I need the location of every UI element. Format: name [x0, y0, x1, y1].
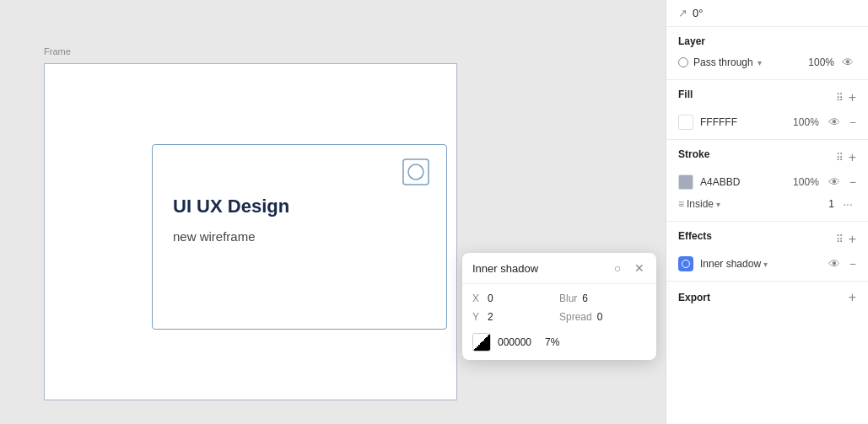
layer-row: Pass through ▾ 100% 👁	[678, 54, 856, 71]
fill-opacity[interactable]: 100%	[793, 116, 819, 128]
fill-hex[interactable]: FFFFFF	[700, 116, 786, 128]
stroke-section: Stroke ⠿ + A4ABBD 100% 👁 − ≡ Inside ▾ 1 …	[666, 140, 868, 222]
effect-item: Inner shadow ▾ 👁 −	[678, 255, 856, 272]
export-add-icon[interactable]: +	[849, 290, 856, 305]
frame-container: UI UX Design new wireframe	[44, 63, 457, 400]
popup-color-opacity[interactable]: 7%	[545, 336, 559, 348]
fill-section-header: Fill	[678, 89, 693, 100]
popup-circle-icon[interactable]: ○	[611, 261, 624, 275]
effects-grid-icon[interactable]: ⠿	[836, 233, 844, 245]
svg-point-1	[408, 164, 423, 180]
stroke-visibility-icon[interactable]: 👁	[826, 174, 843, 191]
fill-add-icon[interactable]: +	[849, 90, 856, 105]
stroke-hex[interactable]: A4ABBD	[700, 176, 786, 188]
effect-name-row: Inner shadow ▾	[700, 258, 819, 270]
stroke-chevron-icon[interactable]: ▾	[716, 200, 720, 209]
popup-body: X 0 Blur 6 Y 2 Spread 0 000000 7%	[462, 284, 656, 360]
stroke-position[interactable]: ≡ Inside ▾	[678, 198, 720, 210]
stroke-grid-icon[interactable]: ⠿	[836, 152, 844, 164]
stroke-header: Stroke ⠿ +	[678, 148, 856, 167]
export-section: Export +	[666, 282, 868, 314]
layer-section: Layer Pass through ▾ 100% 👁	[666, 27, 868, 80]
effect-remove-icon[interactable]: −	[849, 257, 856, 271]
popup-close-icon[interactable]: ✕	[633, 261, 646, 275]
popup-header: Inner shadow ○ ✕	[462, 253, 656, 284]
popup-blur-label: Blur	[559, 293, 577, 304]
popup-y-row: Y 2	[472, 311, 559, 323]
inner-card: UI UX Design new wireframe	[152, 144, 447, 330]
fill-remove-icon[interactable]: −	[849, 115, 856, 129]
canvas-area: Frame UI UX Design new wireframe Inner s…	[0, 0, 666, 424]
stroke-lines-icon: ≡	[678, 198, 684, 210]
color-swatch-inner	[473, 334, 490, 351]
popup-spread-label: Spread	[559, 311, 592, 323]
card-subtitle: new wireframe	[173, 229, 256, 244]
effects-header-icons: ⠿ +	[836, 232, 856, 247]
blend-mode-icon	[678, 57, 688, 67]
fill-color-box[interactable]	[678, 115, 693, 130]
stroke-remove-icon[interactable]: −	[849, 175, 856, 189]
popup-header-icons: ○ ✕	[611, 261, 646, 275]
rotation-value[interactable]: 0°	[693, 7, 703, 19]
blend-chevron-icon[interactable]: ▾	[757, 58, 762, 67]
stroke-weight[interactable]: 1	[828, 198, 834, 210]
effect-star-icon[interactable]	[678, 256, 693, 271]
popup-x-row: X 0	[472, 293, 559, 304]
layer-visibility-icon[interactable]: 👁	[839, 54, 856, 71]
inner-shadow-popup: Inner shadow ○ ✕ X 0 Blur 6 Y 2 Spread 0	[462, 253, 656, 360]
popup-y-label: Y	[472, 311, 483, 323]
fill-visibility-icon[interactable]: 👁	[826, 114, 843, 131]
popup-x-label: X	[472, 293, 483, 304]
blend-mode-label[interactable]: Pass through	[693, 56, 753, 68]
stroke-item: A4ABBD 100% 👁 −	[678, 174, 856, 191]
color-swatch[interactable]	[472, 333, 491, 352]
fill-grid-icon[interactable]: ⠿	[836, 92, 844, 104]
popup-color-row: 000000 7%	[472, 333, 646, 352]
effect-chevron-icon[interactable]: ▾	[763, 260, 768, 269]
card-icon	[402, 158, 429, 185]
layer-blend: Pass through ▾	[688, 56, 808, 68]
popup-color-hex[interactable]: 000000	[498, 336, 531, 348]
popup-x-value[interactable]: 0	[488, 293, 493, 304]
popup-title: Inner shadow	[472, 262, 538, 275]
rotation-icon: ↗	[678, 7, 687, 19]
stroke-ellipsis-icon[interactable]: ···	[839, 196, 856, 212]
popup-y-value[interactable]: 2	[488, 311, 493, 323]
layer-opacity[interactable]: 100%	[808, 56, 834, 68]
effect-icon-inner	[682, 260, 690, 268]
effects-header: Effects ⠿ +	[678, 230, 856, 249]
stroke-color-box[interactable]	[678, 174, 693, 190]
popup-spread-row: Spread 0	[559, 311, 646, 323]
stroke-section-header: Stroke	[678, 148, 709, 160]
svg-rect-0	[403, 159, 429, 185]
fill-item: FFFFFF 100% 👁 −	[678, 114, 856, 131]
stroke-header-icons: ⠿ +	[836, 150, 856, 165]
effects-add-icon[interactable]: +	[849, 232, 856, 247]
effects-section: Effects ⠿ + Inner shadow ▾ 👁 −	[666, 222, 868, 282]
fill-header: Fill ⠿ +	[678, 89, 856, 107]
effect-visibility-icon[interactable]: 👁	[826, 255, 843, 272]
popup-blur-value[interactable]: 6	[582, 293, 588, 304]
effects-section-header: Effects	[678, 230, 712, 242]
right-panel: ↗ 0° Layer Pass through ▾ 100% 👁 Fill ⠿ …	[666, 0, 868, 424]
fill-section: Fill ⠿ + FFFFFF 100% 👁 −	[666, 80, 868, 140]
layer-section-header: Layer	[678, 35, 856, 47]
stroke-position-row: ≡ Inside ▾ 1 ···	[678, 196, 856, 212]
stroke-position-label[interactable]: Inside	[687, 198, 714, 210]
effect-name-label[interactable]: Inner shadow	[700, 258, 761, 270]
popup-blur-row: Blur 6	[559, 293, 646, 304]
frame-label: Frame	[44, 46, 71, 56]
popup-spread-value[interactable]: 0	[597, 311, 603, 323]
stroke-add-icon[interactable]: +	[849, 150, 856, 165]
export-label: Export	[678, 292, 710, 303]
card-title: UI UX Design	[173, 196, 289, 217]
stroke-opacity[interactable]: 100%	[793, 176, 819, 188]
rotation-row: ↗ 0°	[666, 0, 868, 27]
fill-header-icons: ⠿ +	[836, 90, 856, 105]
